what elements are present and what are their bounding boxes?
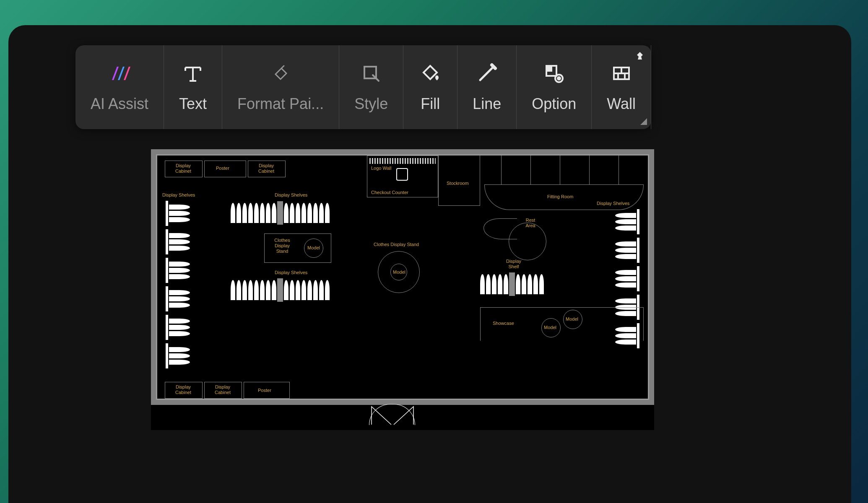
label-display-cabinet: Display Cabinet [171, 163, 196, 174]
wall-icon [610, 62, 633, 85]
line-icon [475, 62, 499, 85]
label-display-shelf: Display Shelf [501, 259, 526, 270]
label-poster-2: Poster [258, 388, 271, 393]
label-model-1: Model [307, 245, 320, 251]
label-checkout-counter: Checkout Counter [371, 190, 408, 195]
tool-label: AI Assist [91, 95, 148, 113]
fill-icon [418, 62, 442, 85]
fill-button[interactable]: Fill [403, 45, 457, 129]
label-display-shelves-left: Display Shelves [162, 192, 195, 198]
tool-label: Format Pai... [237, 95, 324, 113]
pin-icon[interactable] [634, 51, 645, 62]
option-button[interactable]: Option [517, 45, 592, 129]
format-painter-icon [269, 62, 292, 85]
style-button[interactable]: Style [339, 45, 403, 129]
toolbar: AI Assist Text Format Pai... Style Fill [75, 45, 651, 129]
option-icon [542, 62, 566, 85]
label-model-2: Model [393, 270, 405, 275]
label-display-cabinet-3: Display Cabinet [171, 384, 196, 395]
expand-corner-icon[interactable] [640, 118, 647, 125]
label-model-4: Model [566, 316, 578, 322]
tool-label: Wall [607, 95, 636, 113]
floor-plan-canvas[interactable]: Display Cabinet Poster Display Cabinet L… [151, 149, 654, 405]
format-painter-button[interactable]: Format Pai... [222, 45, 339, 129]
label-poster: Poster [216, 166, 229, 171]
label-fitting-room: Fitting Room [547, 194, 573, 200]
label-clothes-display-stand-2: Clothes Display Stand [374, 242, 419, 247]
floor-plan-below [151, 405, 654, 430]
svg-point-4 [558, 77, 560, 80]
label-display-shelves-center2: Display Shelves [275, 270, 307, 275]
tool-label: Text [179, 95, 207, 113]
label-display-shelves-center1: Display Shelves [275, 192, 307, 198]
label-showcase: Showcase [493, 321, 514, 326]
label-display-shelves-right: Display Shelves [597, 201, 629, 206]
label-logo-wall: Logo Wall [371, 166, 392, 171]
line-button[interactable]: Line [457, 45, 517, 129]
text-button[interactable]: Text [164, 45, 222, 129]
ai-assist-icon [108, 62, 131, 85]
label-display-cabinet-2: Display Cabinet [254, 163, 279, 174]
label-stockroom: Stockroom [447, 181, 469, 186]
label-model-3: Model [544, 325, 556, 330]
label-display-cabinet-4: Display Cabinet [210, 384, 235, 395]
svg-rect-2 [546, 66, 551, 71]
text-icon [181, 62, 205, 85]
tool-label: Fill [421, 95, 440, 113]
tool-label: Style [354, 95, 388, 113]
tool-label: Option [532, 95, 576, 113]
door-arc [369, 404, 415, 425]
style-icon [359, 62, 383, 85]
app-window: AI Assist Text Format Pai... Style Fill [8, 25, 851, 503]
label-rest-area: Rest Area [522, 218, 539, 228]
ai-assist-button[interactable]: AI Assist [75, 45, 164, 129]
tool-label: Line [473, 95, 501, 113]
label-clothes-display-stand: Clothes Display Stand [270, 238, 295, 254]
floor-plan-inner: Display Cabinet Poster Display Cabinet L… [156, 154, 649, 400]
